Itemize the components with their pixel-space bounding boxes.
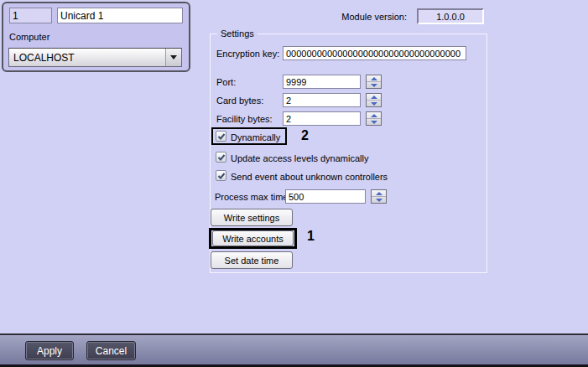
arrow-down-icon — [371, 102, 377, 106]
process-max-time-field[interactable] — [285, 189, 366, 204]
identity-panel: Computer LOCALHOST — [2, 2, 190, 72]
spin-down-button[interactable] — [367, 81, 381, 88]
arrow-up-icon — [371, 114, 377, 117]
update-access-levels-checkbox-label: Update access levels dynamically — [231, 153, 368, 163]
module-version-value: 1.0.0.0 — [417, 8, 484, 24]
module-version-label: Module version: — [323, 12, 407, 22]
chevron-down-icon — [170, 55, 177, 59]
port-field[interactable] — [283, 75, 361, 89]
card-bytes-label: Card bytes: — [216, 96, 263, 106]
port-spinner[interactable] — [366, 75, 382, 89]
dynamically-checkbox[interactable] — [216, 131, 226, 142]
process-max-time-spinner[interactable] — [371, 189, 387, 204]
apply-button[interactable]: Apply — [25, 341, 74, 360]
send-event-checkbox-label: Send event about unknown controllers — [231, 172, 388, 182]
write-accounts-button[interactable]: Write accounts — [212, 230, 294, 246]
footer-bar: Apply Cancel — [0, 335, 588, 367]
spin-up-button[interactable] — [367, 112, 381, 118]
update-access-levels-checkbox[interactable] — [216, 152, 226, 163]
spin-down-button[interactable] — [372, 196, 386, 203]
spin-down-button[interactable] — [367, 100, 381, 106]
callout-1-number: 1 — [307, 229, 315, 244]
callout-2-number: 2 — [301, 128, 309, 143]
dynamically-checkbox-label: Dynamically — [231, 132, 280, 142]
spin-up-button[interactable] — [372, 190, 386, 196]
facility-bytes-spinner[interactable] — [366, 111, 382, 126]
encryption-key-field[interactable] — [283, 46, 466, 60]
name-field[interactable] — [57, 8, 183, 23]
combo-dropdown-button[interactable] — [165, 49, 181, 66]
computer-select[interactable]: LOCALHOST — [8, 48, 182, 67]
arrow-up-icon — [371, 96, 377, 99]
card-bytes-field[interactable] — [283, 93, 361, 107]
spin-down-button[interactable] — [367, 118, 381, 125]
encryption-key-label: Encryption key: — [216, 49, 279, 59]
write-settings-button[interactable]: Write settings — [211, 209, 293, 226]
checkmark-icon — [217, 153, 226, 162]
checkmark-icon — [217, 132, 226, 141]
arrow-up-icon — [376, 192, 382, 195]
cancel-button[interactable]: Cancel — [86, 341, 136, 360]
set-date-time-button[interactable]: Set date time — [211, 251, 293, 269]
module-settings-screen: Computer LOCALHOST Module version: 1.0.0… — [0, 0, 588, 367]
arrow-down-icon — [376, 199, 382, 202]
arrow-down-icon — [371, 84, 377, 87]
arrow-up-icon — [371, 77, 377, 80]
id-field[interactable] — [9, 8, 52, 23]
arrow-down-icon — [371, 121, 377, 124]
card-bytes-spinner[interactable] — [366, 93, 382, 107]
computer-label: Computer — [9, 32, 49, 42]
checkmark-icon — [217, 172, 226, 180]
facility-bytes-field[interactable] — [283, 111, 361, 126]
send-event-checkbox[interactable] — [216, 170, 226, 181]
computer-select-value: LOCALHOST — [9, 49, 165, 66]
spin-up-button[interactable] — [367, 94, 381, 100]
settings-group-label: Settings — [217, 28, 258, 39]
port-label: Port: — [216, 77, 236, 87]
spin-up-button[interactable] — [367, 75, 381, 81]
facility-bytes-label: Facility bytes: — [216, 114, 273, 124]
